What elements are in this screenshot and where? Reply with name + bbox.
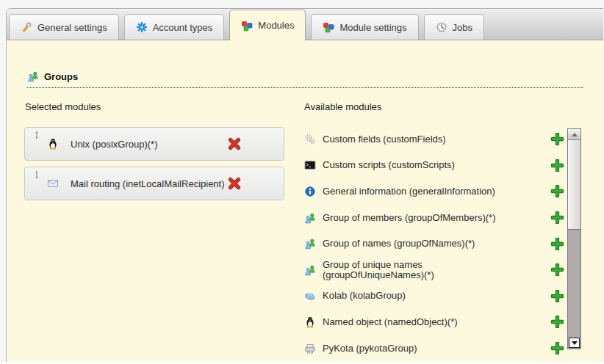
tab-label: General settings [37,22,107,33]
green-plus-icon[interactable] [551,211,564,224]
green-plus-icon[interactable] [551,342,564,354]
available-module-label: Kolab (kolabGroup) [323,291,406,301]
group-icon [27,70,39,82]
tab-module-settings[interactable]: Module settings [311,14,418,40]
available-module-label: Group of names (groupOfNames)(*) [323,239,475,249]
green-plus-icon[interactable] [551,159,564,172]
clock-icon [436,21,447,33]
settings-panel: General settings Account types Modules M… [6,8,603,362]
available-module-label: Custom fields (customFields) [323,134,446,145]
kolab-icon [304,290,316,302]
tab-general-settings[interactable]: General settings [9,14,119,40]
info-icon [304,186,316,197]
tab-bar: General settings Account types Modules M… [7,9,603,40]
available-module-row: Group of unique names (groupOfUniqueName… [304,257,564,283]
red-x-icon[interactable] [228,137,241,150]
selected-module-label: Unix (posixGroup)(*) [71,139,157,150]
selected-module-row: Mail routing (inetLocalMailRecipient) [24,167,284,200]
tab-label: Modules [258,20,294,31]
available-module-row: General information (generalInformation) [304,178,564,205]
drag-handle-icon[interactable] [32,131,41,139]
group-icon [304,238,316,250]
green-plus-icon[interactable] [551,238,564,250]
available-module-row: Named object (namedObject)(*) [304,309,564,335]
available-module-row: Group of names (groupOfNames)(*) [304,230,564,257]
selected-module-row: Unix (posixGroup)(*) [24,127,284,161]
available-module-row: Custom scripts (customScripts) [304,153,564,179]
modules-icon [323,21,334,33]
printer-icon [304,343,316,354]
section-title: Groups [44,71,78,82]
selected-modules-heading: Selected modules [25,101,101,112]
tab-account-types[interactable]: Account types [124,14,225,40]
gears-icon [304,134,316,145]
wrench-icon [21,21,32,33]
tab-label: Jobs [453,22,472,33]
selected-module-label: Mail routing (inetLocalMailRecipient) [71,178,225,189]
drag-handle-icon[interactable] [32,170,41,179]
available-modules-scrollbar[interactable] [567,128,581,349]
available-module-label: Group of unique names (groupOfUniqueName… [323,260,446,280]
scrollbar-thumb[interactable] [568,140,580,230]
mail-icon [47,178,59,189]
scrollbar-down-button[interactable] [569,338,580,348]
group-icon [304,212,316,224]
available-module-row: PyKota (pykotaGroup) [304,335,564,362]
green-plus-icon[interactable] [551,316,564,328]
terminal-icon [304,159,316,171]
arrow-up-icon [572,133,578,136]
tab-label: Account types [153,22,213,33]
available-module-row: Group of members (groupOfMembers)(*) [304,205,564,231]
scrollbar-up-button[interactable] [568,129,580,140]
group-icon [304,264,316,276]
tab-jobs[interactable]: Jobs [424,14,484,40]
tux-icon [304,316,316,328]
green-plus-icon[interactable] [551,290,564,302]
tab-modules[interactable]: Modules [229,10,306,40]
red-x-icon[interactable] [228,177,241,190]
tab-label: Module settings [339,22,406,33]
available-module-row: Custom fields (customFields) [304,126,564,153]
available-modules-heading: Available modules [304,101,381,112]
green-plus-icon[interactable] [551,263,564,276]
arrow-down-icon [572,341,578,345]
lam-config-screen: General settings Account types Modules M… [0,0,604,364]
available-module-row: Kolab (kolabGroup) [304,283,564,310]
green-plus-icon[interactable] [551,185,564,197]
available-module-label: PyKota (pykotaGroup) [323,343,417,354]
green-plus-icon[interactable] [551,133,564,145]
available-module-label: Named object (namedObject)(*) [323,317,458,327]
tux-icon [47,138,59,150]
available-module-label: General information (generalInformation) [323,186,495,197]
section-header-groups: Groups [27,70,583,88]
modules-icon [241,20,253,32]
available-modules-list: Custom fields (customFields) Custom scri… [304,126,564,361]
available-module-label: Custom scripts (customScripts) [323,160,455,170]
gear-icon [136,21,148,33]
available-module-label: Group of members (groupOfMembers)(*) [323,213,496,223]
